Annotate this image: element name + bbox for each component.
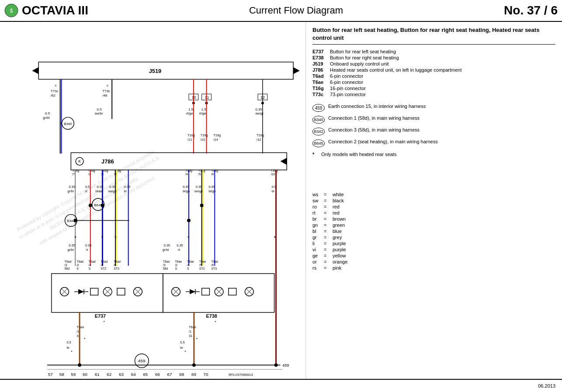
- conn-circle-459: 459: [312, 104, 325, 112]
- conn-b340: B340 Connection 1 (58d), in main wiring …: [312, 115, 555, 124]
- page-number: No. 37 / 6: [504, 3, 558, 17]
- svg-text:0.5: 0.5: [45, 111, 50, 115]
- info-title: Button for rear left seat heating, Butto…: [312, 26, 555, 45]
- legend-eq: =: [324, 204, 331, 209]
- svg-text:67: 67: [167, 372, 172, 377]
- legend-code: br: [312, 216, 322, 222]
- svg-text:0.35: 0.35: [97, 185, 103, 189]
- svg-text:bl/gn: bl/gn: [183, 189, 190, 193]
- svg-text:S: S: [89, 267, 91, 270]
- svg-text:63: 63: [119, 372, 124, 377]
- note-row: * Only models with heated rear seats: [312, 152, 555, 157]
- svg-text:*: *: [84, 337, 86, 341]
- info-panel: Button for rear left seat heating, Butto…: [306, 22, 562, 379]
- svg-rect-168: [163, 274, 274, 312]
- comp-desc-j786: Heated rear seats control unit, on left …: [330, 67, 555, 73]
- svg-text:br: br: [66, 346, 69, 350]
- svg-text:*: *: [74, 235, 76, 241]
- conn-b645: B645 Connection 2 (seat heating), in mai…: [312, 139, 555, 147]
- svg-point-105: [200, 204, 204, 207]
- page-header: Š OCTAVIA III Current Flow Diagram No. 3…: [0, 0, 562, 22]
- svg-text:/5: /5: [198, 173, 201, 176]
- svg-text:rt/ge: rt/ge: [199, 111, 206, 115]
- svg-text:/10: /10: [271, 173, 275, 176]
- legend-eq: =: [324, 247, 331, 252]
- legend-color: green: [333, 222, 359, 228]
- svg-text:gr/bl: gr/bl: [67, 248, 74, 252]
- comp-id-t16g: T16g: [312, 86, 328, 91]
- svg-text:60: 60: [83, 372, 87, 377]
- svg-marker-4: [32, 67, 38, 74]
- svg-text:T6ad: T6ad: [76, 325, 84, 329]
- svg-rect-175: [202, 288, 210, 295]
- legend-code: ws: [312, 192, 322, 197]
- legend-color: grey: [333, 235, 359, 240]
- legend-color: orange: [333, 259, 359, 264]
- svg-text:*: *: [114, 235, 117, 241]
- svg-text:T16g: T16g: [271, 169, 278, 173]
- svg-text:0.35: 0.35: [196, 185, 202, 189]
- legend-eq: =: [324, 253, 331, 258]
- comp-t16g: T16g 16-pin connector: [312, 86, 555, 91]
- svg-point-205: [192, 363, 196, 367]
- svg-text:J786: J786: [101, 158, 114, 165]
- svg-text:459: 459: [138, 358, 146, 363]
- svg-text:/5: /5: [199, 264, 202, 267]
- legend-color: pink: [333, 265, 359, 271]
- svg-text:T16g: T16g: [201, 133, 208, 137]
- svg-text:T16g: T16g: [213, 133, 221, 137]
- conn-circle-b340: B340: [312, 116, 325, 124]
- svg-text:57: 57: [48, 372, 53, 377]
- svg-text:c: c: [55, 83, 57, 87]
- color-legend: ws=whitesw=blackro=redrt=redbr=browngn=g…: [312, 192, 555, 271]
- svg-text:sw/br: sw/br: [95, 111, 103, 115]
- svg-text:62: 62: [107, 372, 111, 377]
- legend-eq: =: [324, 222, 331, 228]
- svg-text:1.5: 1.5: [188, 108, 194, 111]
- legend-color: purple: [333, 247, 359, 252]
- svg-text:T6ad: T6ad: [114, 260, 121, 263]
- svg-text:58d: 58d: [65, 267, 70, 270]
- comp-id-j786: J786: [312, 67, 328, 73]
- conn-circle-b645: B645: [312, 139, 325, 147]
- svg-text:0.5: 0.5: [272, 185, 276, 189]
- svg-text:rt: rt: [85, 189, 87, 193]
- svg-text:*: *: [71, 350, 73, 354]
- legend-eq: =: [324, 192, 331, 197]
- legend-color: black: [333, 198, 359, 203]
- svg-text:/6: /6: [114, 264, 116, 267]
- svg-text:B340: B340: [64, 122, 72, 126]
- svg-text:Š: Š: [10, 8, 13, 14]
- legend-code: ge: [312, 253, 322, 258]
- svg-text:68: 68: [179, 372, 184, 377]
- svg-text:E737: E737: [95, 313, 106, 319]
- comp-id-e737: E737: [312, 49, 328, 54]
- legend-code: bl: [312, 229, 322, 234]
- legend-color: brown: [333, 216, 359, 222]
- svg-text:*: *: [101, 235, 103, 241]
- svg-text:T6ad: T6ad: [101, 260, 108, 263]
- comp-id-t6ad: T6ad: [312, 73, 328, 79]
- svg-text:T16g: T16g: [72, 169, 79, 173]
- svg-text:S: S: [187, 267, 189, 270]
- legend-code: sw: [312, 198, 322, 203]
- svg-text:S: S: [175, 267, 177, 270]
- svg-text:J519: J519: [149, 68, 162, 74]
- svg-text:/6: /6: [211, 264, 214, 267]
- svg-text:/3: /3: [163, 264, 166, 267]
- conn-b342: B342 Connection 3 (58d), in main wiring …: [312, 127, 555, 135]
- svg-rect-158: [90, 288, 98, 295]
- svg-text:0.35: 0.35: [255, 108, 262, 111]
- legend-code: or: [312, 259, 322, 264]
- comp-desc-j519: Onboard supply control unit: [330, 61, 555, 66]
- comp-e738: E738 Button for rear right seat heating: [312, 55, 555, 60]
- legend-eq: =: [324, 241, 331, 246]
- svg-text:0.35: 0.35: [109, 185, 115, 189]
- svg-text:1.5: 1.5: [201, 108, 207, 111]
- svg-text:/14: /14: [213, 138, 218, 142]
- svg-text:/62: /62: [51, 94, 56, 97]
- svg-text:T6ad: T6ad: [76, 260, 83, 263]
- svg-marker-5: [293, 67, 300, 74]
- svg-text:/4: /4: [187, 264, 190, 267]
- comp-t73c: T73c 73-pin connector: [312, 92, 555, 97]
